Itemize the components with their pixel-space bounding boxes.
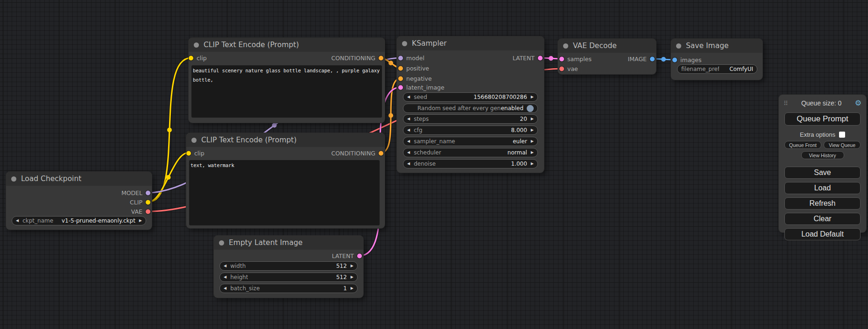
collapse-dot-icon[interactable] <box>563 43 568 49</box>
increment-arrow-icon[interactable]: ▶ <box>531 95 534 99</box>
image-port-dot[interactable] <box>650 56 655 61</box>
vae-port-dot[interactable] <box>146 209 150 214</box>
increment-arrow-icon[interactable]: ▶ <box>531 117 534 121</box>
save-button[interactable]: Save <box>784 167 861 179</box>
latent-port-dot[interactable] <box>398 85 403 90</box>
clear-button[interactable]: Clear <box>784 213 861 225</box>
extra-options-checkbox[interactable] <box>839 132 845 138</box>
negative-prompt-textarea[interactable]: text, watermark <box>189 160 380 225</box>
load-button[interactable]: Load <box>784 182 861 194</box>
collapse-dot-icon[interactable] <box>676 43 681 49</box>
input-latent-image[interactable]: latent_image <box>398 84 445 91</box>
input-samples[interactable]: samples <box>559 56 592 63</box>
collapse-dot-icon[interactable] <box>194 42 199 48</box>
output-vae[interactable]: VAE <box>131 208 150 215</box>
height-widget[interactable]: ◀ height 512 ▶ <box>219 273 358 282</box>
vae-port-dot[interactable] <box>559 66 564 71</box>
node-title-bar[interactable]: CLIP Text Encode (Prompt) <box>186 133 385 147</box>
denoise-widget[interactable]: ◀ denoise 1.000 ▶ <box>403 159 538 168</box>
latent-port-dot[interactable] <box>559 56 564 61</box>
clip-port-dot[interactable] <box>189 56 193 60</box>
node-title-bar[interactable]: KSampler <box>397 36 544 50</box>
latent-port-dot[interactable] <box>538 56 543 60</box>
view-queue-button[interactable]: View Queue <box>824 141 861 149</box>
prev-value-arrow-icon[interactable]: ◀ <box>407 151 410 154</box>
output-image[interactable]: IMAGE <box>628 56 655 63</box>
output-model[interactable]: MODEL <box>121 189 150 196</box>
next-value-arrow-icon[interactable]: ▶ <box>531 140 534 143</box>
image-port-dot[interactable] <box>672 57 677 62</box>
filename-prefix-widget[interactable]: filename_prefix ComfyUI <box>677 64 757 74</box>
collapse-dot-icon[interactable] <box>11 176 16 182</box>
decrement-arrow-icon[interactable]: ◀ <box>224 264 226 268</box>
prev-value-arrow-icon[interactable]: ◀ <box>16 219 19 223</box>
sampler-name-widget[interactable]: ◀ sampler_name euler ▶ <box>403 137 538 146</box>
collapse-dot-icon[interactable] <box>191 138 197 143</box>
collapse-dot-icon[interactable] <box>219 240 224 245</box>
decrement-arrow-icon[interactable]: ◀ <box>224 275 226 279</box>
output-conditioning[interactable]: CONDITIONING <box>332 150 383 157</box>
input-positive[interactable]: positive <box>398 65 429 72</box>
decrement-arrow-icon[interactable]: ◀ <box>224 287 226 290</box>
drag-handle-icon[interactable]: ⠿ <box>783 100 788 107</box>
clip-port-dot[interactable] <box>146 200 150 204</box>
steps-widget[interactable]: ◀ steps 20 ▶ <box>403 114 538 124</box>
ckpt-name-widget[interactable]: ◀ ckpt_name v1-5-pruned-emaonly.ckpt ▶ <box>12 216 146 225</box>
node-title-bar[interactable]: Load Checkpoint <box>6 172 152 186</box>
node-save-image[interactable]: Save Image images filename_prefix ComfyU… <box>671 39 762 80</box>
random-seed-toggle-widget[interactable]: Random seed after every gen enabled <box>403 104 538 113</box>
latent-port-dot[interactable] <box>357 253 362 258</box>
node-title-bar[interactable]: CLIP Text Encode (Prompt) <box>189 38 385 52</box>
conditioning-port-dot[interactable] <box>379 151 383 155</box>
decrement-arrow-icon[interactable]: ◀ <box>407 117 410 121</box>
decrement-arrow-icon[interactable]: ◀ <box>407 95 410 99</box>
toggle-on-icon[interactable] <box>527 105 534 112</box>
input-clip[interactable]: clip <box>189 55 207 62</box>
output-latent[interactable]: LATENT <box>513 55 543 62</box>
prev-value-arrow-icon[interactable]: ◀ <box>407 140 410 143</box>
clip-port-dot[interactable] <box>186 151 191 155</box>
next-value-arrow-icon[interactable]: ▶ <box>531 151 534 154</box>
seed-widget[interactable]: ◀ seed 156680208700286 ▶ <box>403 92 538 102</box>
refresh-button[interactable]: Refresh <box>784 197 861 210</box>
width-widget[interactable]: ◀ width 512 ▶ <box>219 261 358 271</box>
input-images[interactable]: images <box>672 56 701 63</box>
load-default-button[interactable]: Load Default <box>784 228 861 240</box>
conditioning-port-dot[interactable] <box>398 76 403 81</box>
input-clip[interactable]: clip <box>186 150 205 157</box>
increment-arrow-icon[interactable]: ▶ <box>351 264 353 268</box>
scheduler-widget[interactable]: ◀ scheduler normal ▶ <box>403 148 538 157</box>
queue-front-button[interactable]: Queue Front <box>784 141 821 149</box>
node-clip-text-encode-positive[interactable]: CLIP Text Encode (Prompt) clip CONDITION… <box>189 38 385 123</box>
node-ksampler[interactable]: KSampler model positive negative latent_… <box>397 36 544 173</box>
output-latent[interactable]: LATENT <box>332 252 362 259</box>
output-conditioning[interactable]: CONDITIONING <box>332 55 383 62</box>
collapse-dot-icon[interactable] <box>402 41 407 46</box>
decrement-arrow-icon[interactable]: ◀ <box>407 162 410 166</box>
node-empty-latent-image[interactable]: Empty Latent Image LATENT ◀ width 512 ▶ … <box>214 236 363 298</box>
node-title-bar[interactable]: Save Image <box>671 39 762 53</box>
batch-size-widget[interactable]: ◀ batch_size 1 ▶ <box>219 284 358 293</box>
node-title-bar[interactable]: VAE Decode <box>558 39 656 53</box>
conditioning-port-dot[interactable] <box>398 66 403 70</box>
decrement-arrow-icon[interactable]: ◀ <box>407 128 410 132</box>
node-vae-decode[interactable]: VAE Decode samples vae IMAGE <box>558 39 656 74</box>
input-model[interactable]: model <box>398 55 424 62</box>
increment-arrow-icon[interactable]: ▶ <box>531 128 534 132</box>
positive-prompt-textarea[interactable]: beautiful scenery nature glass bottle la… <box>191 65 382 118</box>
output-clip[interactable]: CLIP <box>130 199 150 206</box>
cfg-widget[interactable]: ◀ cfg 8.000 ▶ <box>403 126 538 135</box>
input-vae[interactable]: vae <box>559 65 578 72</box>
next-value-arrow-icon[interactable]: ▶ <box>139 219 142 223</box>
conditioning-port-dot[interactable] <box>379 56 383 60</box>
increment-arrow-icon[interactable]: ▶ <box>351 275 353 279</box>
node-title-bar[interactable]: Empty Latent Image <box>214 236 363 250</box>
model-port-dot[interactable] <box>398 56 403 60</box>
input-negative[interactable]: negative <box>398 75 432 82</box>
node-clip-text-encode-negative[interactable]: CLIP Text Encode (Prompt) clip CONDITION… <box>186 133 385 228</box>
queue-prompt-button[interactable]: Queue Prompt <box>784 112 861 126</box>
node-load-checkpoint[interactable]: Load Checkpoint MODEL CLIP VAE ◀ ckpt_na… <box>6 172 152 230</box>
settings-gear-icon[interactable]: ⚙ <box>855 99 861 107</box>
increment-arrow-icon[interactable]: ▶ <box>351 287 353 290</box>
view-history-button[interactable]: View History <box>801 151 844 159</box>
